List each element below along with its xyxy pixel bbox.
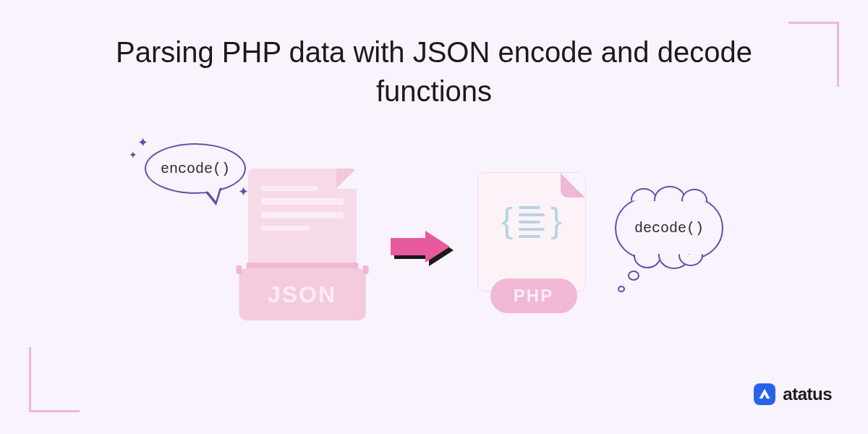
code-braces-icon: { } — [478, 173, 585, 268]
decode-label: decode() — [634, 220, 704, 237]
brand-mark-icon — [758, 388, 771, 401]
php-document-icon: { } — [477, 172, 586, 292]
brand-logo-icon — [754, 383, 775, 405]
json-label-badge: JSON — [239, 268, 365, 320]
illustration-container: ✦ ✦ encode() ✦ ✦ JSON — [0, 150, 868, 320]
cloud-tail-icon — [628, 271, 639, 281]
brand-logo: atatus — [754, 383, 832, 405]
encode-group: ✦ ✦ encode() ✦ ✦ JSON — [145, 150, 365, 320]
encode-label: encode() — [161, 161, 230, 177]
php-file-icon: { } PHP — [477, 172, 590, 313]
arrow-icon — [391, 231, 452, 263]
sparkle-icon: ✦ — [129, 149, 137, 161]
page-title: Parsing PHP data with JSON encode and de… — [0, 0, 868, 111]
sparkle-icon: ✦ — [137, 135, 148, 150]
decode-cloud-wrapper: decode() — [615, 197, 723, 259]
encode-speech-bubble: encode() — [145, 143, 246, 194]
json-document-icon — [248, 169, 357, 273]
document-lines-decoration — [248, 169, 357, 255]
decorative-corner-top-right — [788, 22, 839, 87]
json-file-icon: JSON — [239, 169, 365, 320]
php-label-text: PHP — [514, 286, 553, 306]
brand-name: atatus — [783, 384, 832, 404]
decode-thought-cloud: decode() — [615, 197, 723, 259]
json-label-text: JSON — [268, 281, 336, 308]
cloud-tail-icon — [618, 286, 625, 292]
speech-tail-icon — [205, 187, 226, 207]
php-label-badge: PHP — [490, 278, 577, 313]
decorative-corner-bottom-left — [29, 347, 80, 412]
encode-bubble-wrapper: ✦ ✦ encode() ✦ ✦ — [145, 143, 246, 194]
